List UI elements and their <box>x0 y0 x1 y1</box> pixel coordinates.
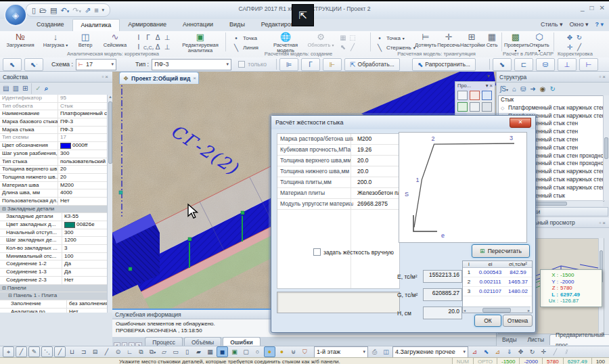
view-cube3-icon[interactable]: ▯ <box>182 347 192 357</box>
side-tab[interactable]: Виды <box>497 335 522 345</box>
snap-node-icon[interactable]: ⌖ <box>3 346 14 357</box>
snap-edge-icon[interactable]: ✎ <box>28 346 40 357</box>
alphabetical-icon[interactable]: ▥ <box>12 85 18 92</box>
lamp-on-icon[interactable]: ● <box>277 347 287 357</box>
overlay-expand-icon[interactable]: ⇱ <box>292 4 314 26</box>
section-cube-icon[interactable] <box>470 102 480 112</box>
tree-item[interactable]: Платформенный стык наружных стен <box>499 104 604 112</box>
clamp-icon[interactable]: ⊔ <box>67 347 77 357</box>
lamp-active-icon[interactable]: ● <box>264 346 275 357</box>
property-row[interactable]: Цвет закладных д... 00826e <box>0 221 107 229</box>
binoculars-icon[interactable]: ◉ <box>540 85 546 93</box>
view-tab-close-icon[interactable]: × <box>193 75 196 81</box>
draw-angle-icon[interactable]: ∟ <box>125 347 135 357</box>
pour-icon[interactable]: ⊐ <box>78 347 89 357</box>
prop-settings-icon[interactable]: ⊞ <box>22 85 28 92</box>
property-value[interactable]: Стык <box>58 103 107 110</box>
refresh-tree-icon[interactable]: ↻ <box>549 85 555 93</box>
property-row[interactable]: Шаг узлов разбиения,... 300 <box>0 150 107 158</box>
property-row[interactable]: Соединение 2-3 Нет <box>0 277 107 285</box>
mini-dropdown-icon[interactable]: ▾ <box>486 83 489 89</box>
flash-joint-icon[interactable]: ⊩ <box>323 58 342 71</box>
mini-close-icon[interactable]: × <box>490 83 493 89</box>
view-tab[interactable]: ❖ Проект 2:Общий вид × <box>119 72 199 84</box>
property-value[interactable]: 300 <box>62 229 107 237</box>
property-row[interactable]: Соединение 1-2 Да <box>0 260 107 269</box>
style-menu[interactable]: Стиль ▾ <box>541 21 563 28</box>
property-row[interactable]: Длина шва, мм 4000 <box>0 189 107 198</box>
maximize-button[interactable]: □ <box>590 4 594 12</box>
property-value[interactable]: М200 <box>58 182 107 189</box>
property-row[interactable]: Цвет обозначения 0000ff <box>0 142 107 150</box>
copy-icon[interactable]: ⧉ <box>136 347 146 357</box>
property-row[interactable]: Тип стыка пользовательский <box>0 158 107 166</box>
dialog-title-bar[interactable]: Расчёт жёсткости стыка ✕ <box>271 116 535 129</box>
profile-icon[interactable]: ⊏ <box>514 58 533 71</box>
goto-icon[interactable]: ➜ <box>530 85 535 93</box>
bucket-icon[interactable]: ⛉ <box>300 347 310 357</box>
mirror1-icon[interactable]: ╱ <box>550 347 560 357</box>
help-menu[interactable]: ? ▾ <box>595 21 604 28</box>
view-cube4-icon[interactable]: ▰ <box>194 347 204 357</box>
load-case-select[interactable]: 4.Загружение прочее▾ <box>392 346 468 358</box>
manual-checkbox[interactable] <box>313 248 321 256</box>
property-value[interactable]: ПФ-3 <box>58 127 107 134</box>
select-options-icon[interactable]: ⬉◦ <box>24 58 43 71</box>
analysis-model-button[interactable]: 🌐Расчетная модель <box>268 32 303 52</box>
ribbon-tab[interactable]: Виды <box>221 19 253 31</box>
side-tab[interactable]: Предварительный прос... <box>549 334 609 345</box>
ribbon-tab[interactable]: Создание <box>28 19 72 31</box>
property-value[interactable]: 0000ff <box>58 142 107 150</box>
chart-red-icon[interactable]: ⊿ <box>470 347 480 357</box>
move-all-icon[interactable]: ✥ <box>565 33 574 43</box>
editable-analytics-button[interactable]: ▣Редактируемая аналитика <box>177 32 223 52</box>
view-cube5-icon[interactable]: ▦ <box>205 347 215 357</box>
refresh-model-button[interactable]: ⚙Обновить ▾ <box>304 32 337 52</box>
property-row[interactable]: Пользовательская дл... Нет <box>0 198 107 206</box>
property-row[interactable]: Кол-во закладных ... 3 <box>0 245 107 253</box>
property-value[interactable]: Да <box>62 269 107 276</box>
property-row[interactable]: Марка стыка ПФ-3 <box>0 127 107 135</box>
lamp-off-icon[interactable]: ○ <box>252 347 263 357</box>
property-row[interactable]: Заполнение без заполнения <box>0 300 107 309</box>
property-value[interactable]: 4000 <box>58 189 107 197</box>
storey-icon[interactable]: ◫ <box>381 347 391 357</box>
property-value[interactable]: 95 <box>58 95 107 102</box>
property-row[interactable]: Панели <box>0 285 107 293</box>
point-button[interactable]: •Точка <box>231 35 257 42</box>
property-value[interactable]: 100 <box>62 253 107 260</box>
property-row[interactable]: Шаг закладных де... 1200 <box>0 237 107 245</box>
search-icon[interactable]: ⌕ <box>45 85 49 93</box>
property-value[interactable]: пользовательский <box>58 158 107 166</box>
axis1-icon[interactable]: ⊥ <box>558 58 577 71</box>
property-value[interactable]: Нет <box>62 277 107 284</box>
minimize-button[interactable]: _ <box>581 4 585 12</box>
pan-icon[interactable]: ✥ <box>516 347 526 357</box>
property-row[interactable]: Толщина верхнего шв... 20 <box>0 166 107 174</box>
seismic-button[interactable]: ∿Сейсмика <box>99 32 131 52</box>
green-cube-icon[interactable] <box>457 102 468 112</box>
property-value[interactable]: КЗ-55 <box>62 213 107 221</box>
property-row[interactable]: Идентификатор 95 <box>0 95 107 103</box>
wind-button[interactable]: ◫Ветер <box>73 32 97 52</box>
cancel-button[interactable]: Отмена <box>503 315 533 327</box>
property-value[interactable]: 3 <box>62 245 107 252</box>
check-button[interactable]: ▩Проверить ▾ <box>504 32 527 52</box>
property-value[interactable]: 300 <box>58 150 107 158</box>
ghost-view-icon[interactable]: ▢ <box>241 347 251 357</box>
field-value[interactable]: 20.0 <box>423 306 462 319</box>
orbit-icon[interactable]: ↻ <box>527 347 537 357</box>
preview-close-icon[interactable]: × <box>602 220 607 226</box>
settings-button[interactable]: ⊞Настройки <box>460 32 483 52</box>
beam-icon[interactable]: Γ <box>143 33 153 42</box>
shaded-view-icon[interactable]: ◼ <box>217 346 228 357</box>
only-checkbox[interactable] <box>238 61 245 68</box>
type-select[interactable]: ПФ-3▾ <box>152 59 231 70</box>
mesh-button[interactable]: ▦Сеть <box>483 32 501 52</box>
import-icon[interactable]: ⇓ <box>504 347 514 357</box>
tri-point-button[interactable]: •Точка ▾ <box>375 35 405 42</box>
property-row[interactable]: Толщина нижнего шв... 20 <box>0 174 107 182</box>
wire-view-icon[interactable]: ▣ <box>229 347 240 357</box>
tab-scroll-icon[interactable]: ▾ <box>487 73 490 79</box>
pan-point-icon[interactable]: ✛ <box>539 347 549 357</box>
